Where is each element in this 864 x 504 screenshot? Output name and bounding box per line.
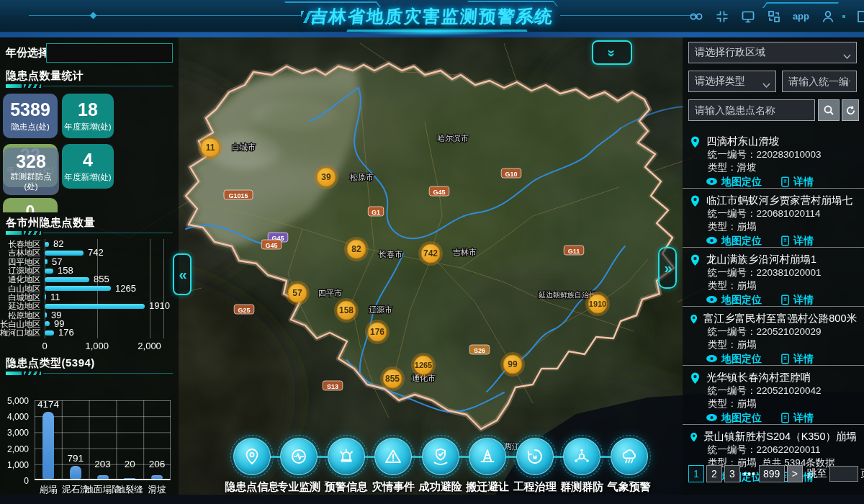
toolbar-button-engineering[interactable]: 工程治理 (511, 438, 559, 501)
detail-link[interactable]: 详情 (780, 411, 814, 424)
refresh-icon (845, 105, 856, 116)
search-button[interactable] (818, 99, 840, 121)
hazard-code-row: 统一编号：220521020042 (708, 384, 857, 397)
pagination-last-page[interactable]: 899 (759, 465, 785, 482)
code-input[interactable] (782, 71, 857, 92)
document-icon (780, 176, 790, 187)
region-chart-bar (45, 259, 48, 264)
detail-link[interactable]: 详情 (780, 293, 814, 306)
toolbar-button-successful-avoidance[interactable]: 成功避险 (417, 438, 464, 501)
app-label[interactable]: app (793, 11, 809, 22)
stat-value: 328 (16, 152, 46, 171)
detail-link[interactable]: 详情 (780, 352, 814, 365)
right-panel: 请选择行政区域 请选择类型 (683, 37, 864, 504)
map-cluster-marker[interactable]: 99 (500, 352, 525, 377)
search-icon (823, 104, 834, 116)
map-cluster-marker[interactable]: 57 (285, 281, 310, 305)
road-badge: S13 (323, 381, 343, 390)
region-chart-value: 11 (50, 293, 60, 302)
collapse-right-button[interactable]: » (658, 247, 677, 289)
link-icon[interactable] (689, 9, 703, 24)
map-cluster-marker[interactable]: 158 (334, 298, 359, 323)
toolbar-button-weather-warning[interactable]: 气象预警 (606, 438, 653, 501)
map-cluster-marker[interactable]: 11 (198, 135, 222, 160)
map-cluster-marker[interactable]: 742 (418, 241, 443, 266)
map-cluster-marker[interactable]: 855 (380, 366, 405, 391)
toolbar-button-hazard-info[interactable]: 隐患点信息 (228, 438, 276, 501)
toolbar-button-relocation[interactable]: 搬迁避让 (464, 438, 512, 501)
region-chart-bar (45, 251, 84, 256)
type-select[interactable]: 请选择类型 (688, 71, 776, 92)
region-chart-category: 长春地区 (0, 240, 40, 248)
chevron-double-right-icon: » (664, 260, 670, 276)
document-icon (780, 235, 790, 246)
siren-icon (328, 438, 365, 475)
toolbar-button-warning-info[interactable]: 预警信息 (323, 438, 370, 501)
pagination-page-button[interactable]: 2 (706, 465, 722, 482)
type-chart-ytick: 1,000 (7, 460, 29, 470)
pagination-page-button[interactable]: 1 (688, 465, 704, 482)
map-cluster-marker[interactable]: 1910 (585, 292, 610, 316)
exit-icon[interactable] (857, 9, 864, 24)
map-cluster-marker[interactable]: 176 (365, 320, 390, 344)
region-chart-bar (45, 330, 54, 336)
year-input[interactable] (46, 43, 173, 63)
name-input[interactable] (688, 99, 815, 121)
pagination-next-button[interactable]: > (787, 465, 803, 482)
location-pin-icon (690, 312, 698, 325)
map-locate-link[interactable]: 地图定位 (706, 293, 762, 306)
collapse-top-button[interactable]: » (592, 40, 632, 65)
map-cluster-marker[interactable]: 39 (314, 165, 338, 189)
region-chart-category: 吉林地区 (0, 248, 40, 257)
toolbar-button-monitoring[interactable]: 专业监测 (276, 438, 323, 501)
sync-icon[interactable] (767, 9, 781, 24)
pagination-jump-input[interactable] (829, 466, 858, 482)
pagination-page-unit: 页 (860, 467, 864, 480)
eye-icon (706, 236, 718, 245)
toolbar-label: 气象预警 (608, 480, 651, 494)
svg-text:G1015: G1015 (228, 192, 248, 199)
refresh-button[interactable] (842, 99, 859, 121)
svg-text:57: 57 (292, 288, 302, 298)
svg-text:G25: G25 (238, 307, 250, 314)
toolbar-button-disaster-events[interactable]: 灾情事件 (370, 438, 418, 501)
header-icon-bar: app (689, 0, 864, 32)
pin-icon (233, 438, 271, 475)
eye-icon (706, 354, 718, 363)
map-locate-link[interactable]: 地图定位 (706, 411, 762, 424)
region-chart-row: 辽源地区158 (0, 266, 179, 275)
type-chart-ytick: 3,000 (7, 428, 29, 438)
region-chart-category: 松原地区 (0, 311, 40, 320)
city-label: 松原市 (350, 173, 374, 181)
road-badge: S26 (469, 345, 490, 354)
fullscreen-exit-icon[interactable] (715, 9, 729, 24)
region-chart-row: 通化地区855 (0, 275, 179, 284)
traffic-cone-icon (469, 438, 506, 475)
hazard-title: 四滴村东山滑坡 (706, 135, 780, 148)
map-cluster-marker[interactable]: 1265 (411, 353, 436, 377)
map-locate-link[interactable]: 地图定位 (706, 175, 762, 188)
region-select-value: 请选择行政区域 (695, 46, 765, 59)
region-select[interactable]: 请选择行政区域 (688, 42, 857, 63)
map-locate-link[interactable]: 地图定位 (706, 234, 762, 247)
detail-link[interactable]: 详情 (780, 234, 814, 247)
svg-text:1265: 1265 (415, 361, 432, 369)
collapse-left-button[interactable]: « (173, 253, 192, 295)
type-chart-bar (97, 475, 109, 479)
svg-text:1910: 1910 (589, 300, 606, 308)
svg-text:176: 176 (370, 327, 384, 337)
region-chart-value: 855 (94, 275, 109, 284)
monitor-icon[interactable] (741, 9, 755, 24)
app-root: G1015G45G45G1G45G10G11G25S26S13哈尔滨市白城市松原… (0, 0, 864, 504)
map-locate-link[interactable]: 地图定位 (706, 352, 762, 365)
detail-link[interactable]: 详情 (780, 175, 814, 188)
pagination-ellipsis: ••• (743, 468, 756, 480)
svg-text:G10: G10 (505, 171, 517, 178)
svg-text:82: 82 (351, 244, 361, 254)
pagination-page-button[interactable]: 3 (724, 465, 740, 482)
map-cluster-marker[interactable]: 82 (344, 237, 369, 261)
user-icon[interactable] (821, 9, 835, 24)
toolbar-button-group-defense[interactable]: 群测群防 (559, 438, 606, 501)
toolbar-label: 搬迁避让 (466, 480, 509, 494)
document-icon (780, 354, 790, 364)
